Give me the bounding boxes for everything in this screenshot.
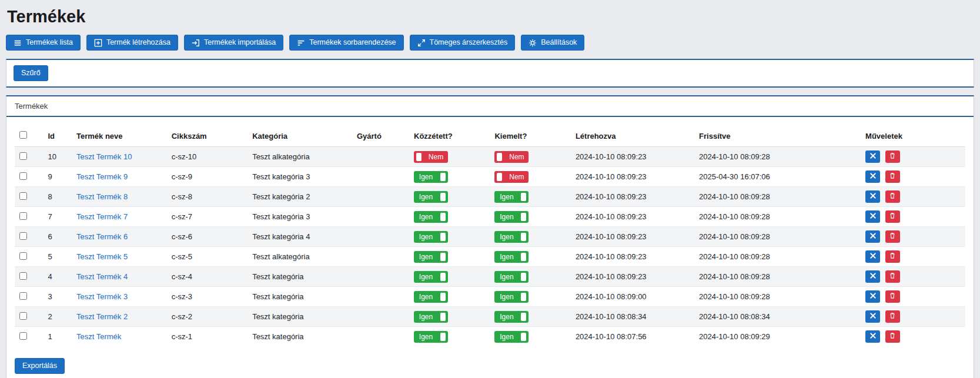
delete-button[interactable] bbox=[885, 330, 900, 343]
row-checkbox[interactable] bbox=[19, 332, 27, 340]
product-link[interactable]: Teszt Termék 10 bbox=[76, 152, 132, 161]
page-title: Termékek bbox=[7, 7, 974, 26]
row-checkbox[interactable] bbox=[19, 172, 27, 180]
featured-toggle-badge[interactable]: Igen bbox=[494, 191, 529, 203]
delete-button[interactable] bbox=[885, 150, 900, 163]
published-toggle-badge[interactable]: Igen bbox=[414, 171, 448, 183]
filter-panel: Szűrő bbox=[6, 59, 974, 88]
table-row: 7 Teszt Termék 7 c-sz-7 Teszt kategória … bbox=[15, 207, 965, 227]
cell-sku: c-sz-3 bbox=[167, 287, 247, 307]
product-link[interactable]: Teszt Termék 9 bbox=[76, 172, 128, 181]
featured-toggle-badge[interactable]: Igen bbox=[494, 211, 529, 223]
row-checkbox[interactable] bbox=[19, 252, 27, 260]
cell-manufacturer bbox=[352, 307, 409, 327]
cell-updated: 2024-10-10 08:09:28 bbox=[694, 247, 861, 267]
sort-products-button[interactable]: Termékek sorbarendezése bbox=[289, 35, 403, 51]
gear-icon bbox=[529, 39, 537, 47]
row-checkbox[interactable] bbox=[19, 292, 27, 300]
featured-toggle-badge[interactable]: Igen bbox=[494, 271, 529, 283]
bulk-price-edit-button[interactable]: Tömeges árszerkesztés bbox=[410, 35, 516, 51]
delete-button[interactable] bbox=[885, 250, 900, 263]
published-toggle-badge[interactable]: Igen bbox=[414, 251, 448, 263]
edit-tools-button[interactable] bbox=[865, 250, 880, 263]
edit-tools-button[interactable] bbox=[865, 330, 880, 343]
table-row: 4 Teszt Termék 4 c-sz-4 Teszt kategória … bbox=[15, 267, 965, 287]
settings-label: Beállítások bbox=[541, 38, 577, 47]
published-toggle-badge[interactable]: Igen bbox=[414, 311, 448, 323]
published-toggle-badge[interactable]: Igen bbox=[414, 231, 448, 243]
edit-tools-button[interactable] bbox=[865, 290, 880, 303]
tools-icon bbox=[869, 252, 877, 261]
cell-sku: c-sz-10 bbox=[167, 147, 247, 167]
published-toggle-badge[interactable]: Igen bbox=[414, 271, 448, 283]
published-toggle-badge[interactable]: Nem bbox=[414, 151, 448, 163]
row-checkbox[interactable] bbox=[19, 312, 27, 320]
featured-toggle-badge[interactable]: Igen bbox=[494, 311, 529, 323]
export-button[interactable]: Exportálás bbox=[15, 358, 65, 374]
delete-button[interactable] bbox=[885, 290, 900, 303]
published-toggle-badge[interactable]: Igen bbox=[414, 291, 448, 303]
published-toggle-badge[interactable]: Igen bbox=[414, 191, 448, 203]
trash-icon bbox=[889, 212, 896, 221]
delete-button[interactable] bbox=[885, 310, 900, 323]
edit-tools-button[interactable] bbox=[865, 210, 880, 223]
row-checkbox[interactable] bbox=[19, 152, 27, 160]
filter-button[interactable]: Szűrő bbox=[14, 65, 48, 81]
product-link[interactable]: Teszt Termék bbox=[76, 332, 121, 341]
toggle-knob bbox=[521, 273, 526, 281]
cell-id: 1 bbox=[44, 327, 72, 347]
edit-tools-button[interactable] bbox=[865, 270, 880, 283]
featured-toggle-badge[interactable]: Igen bbox=[494, 331, 529, 343]
product-link[interactable]: Teszt Termék 2 bbox=[76, 312, 128, 321]
edit-tools-button[interactable] bbox=[865, 150, 880, 163]
featured-toggle-badge[interactable]: Nem bbox=[494, 151, 529, 163]
cell-manufacturer bbox=[352, 147, 409, 167]
cell-id: 2 bbox=[44, 307, 72, 327]
cell-category: Teszt kategória 4 bbox=[247, 227, 352, 247]
cell-updated: 2024-10-10 08:08:34 bbox=[694, 307, 861, 327]
published-toggle-badge[interactable]: Igen bbox=[414, 211, 448, 223]
edit-tools-button[interactable] bbox=[865, 190, 880, 203]
cell-updated: 2025-04-30 16:07:06 bbox=[694, 167, 861, 187]
edit-tools-button[interactable] bbox=[865, 170, 880, 183]
product-link[interactable]: Teszt Termék 8 bbox=[76, 192, 128, 201]
row-checkbox[interactable] bbox=[19, 212, 27, 220]
cell-manufacturer bbox=[352, 247, 409, 267]
settings-button[interactable]: Beállítások bbox=[521, 35, 584, 51]
row-checkbox[interactable] bbox=[19, 272, 27, 280]
featured-toggle-badge[interactable]: Igen bbox=[494, 231, 529, 243]
cell-manufacturer bbox=[352, 287, 409, 307]
product-link[interactable]: Teszt Termék 6 bbox=[76, 232, 128, 241]
cell-created: 2024-10-10 08:09:23 bbox=[571, 227, 694, 247]
product-link[interactable]: Teszt Termék 3 bbox=[76, 292, 128, 301]
edit-tools-button[interactable] bbox=[865, 310, 880, 323]
cell-sku: c-sz-5 bbox=[167, 247, 247, 267]
row-checkbox[interactable] bbox=[19, 192, 27, 200]
table-row: 2 Teszt Termék 2 c-sz-2 Teszt kategória … bbox=[15, 307, 965, 327]
delete-button[interactable] bbox=[885, 190, 900, 203]
row-checkbox[interactable] bbox=[19, 232, 27, 240]
select-all-checkbox[interactable] bbox=[19, 131, 27, 139]
product-link[interactable]: Teszt Termék 7 bbox=[76, 212, 128, 221]
cell-created: 2024-10-10 08:09:23 bbox=[571, 167, 694, 187]
featured-toggle-badge[interactable]: Igen bbox=[494, 251, 529, 263]
edit-tools-button[interactable] bbox=[865, 230, 880, 243]
products-list-button[interactable]: Termékek lista bbox=[6, 35, 81, 51]
import-products-button[interactable]: Termékek importálása bbox=[184, 35, 283, 51]
cell-id: 10 bbox=[44, 147, 72, 167]
tools-icon bbox=[869, 332, 877, 341]
product-link[interactable]: Teszt Termék 4 bbox=[76, 272, 128, 281]
tools-icon bbox=[869, 212, 877, 221]
delete-button[interactable] bbox=[885, 270, 900, 283]
delete-button[interactable] bbox=[885, 230, 900, 243]
table-row: 6 Teszt Termék 6 c-sz-6 Teszt kategória … bbox=[15, 227, 965, 247]
published-toggle-badge[interactable]: Igen bbox=[414, 331, 448, 343]
delete-button[interactable] bbox=[885, 170, 900, 183]
cell-category: Teszt kategória bbox=[247, 267, 352, 287]
create-product-button[interactable]: Termék létrehozása bbox=[86, 35, 178, 51]
featured-toggle-badge[interactable]: Igen bbox=[494, 291, 529, 303]
featured-toggle-badge[interactable]: Nem bbox=[494, 171, 529, 183]
products-table: Id Termék neve Cikkszám Kategória Gyártó… bbox=[15, 125, 965, 346]
delete-button[interactable] bbox=[885, 210, 900, 223]
product-link[interactable]: Teszt Termék 5 bbox=[76, 252, 128, 261]
